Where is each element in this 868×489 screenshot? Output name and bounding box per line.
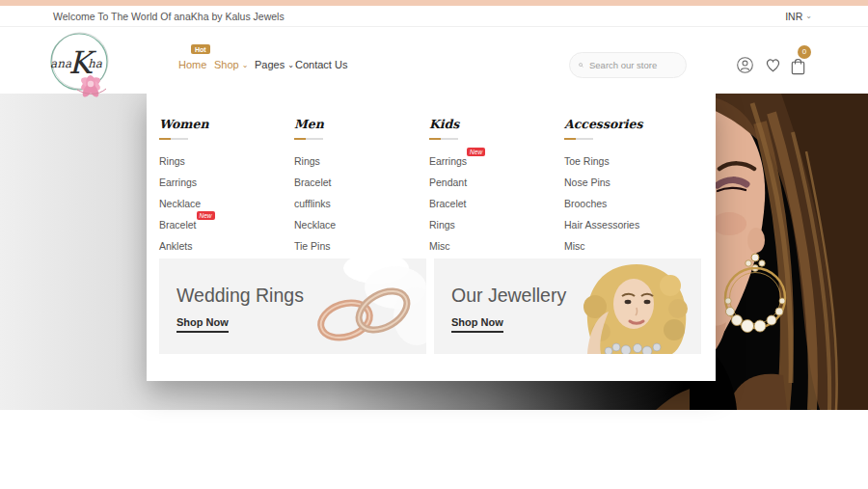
menu-item[interactable]: Necklace (294, 219, 336, 231)
title-underline (564, 138, 593, 140)
menu-item[interactable]: cufflinks (294, 198, 331, 209)
shop-now-button[interactable]: Shop Now (176, 316, 229, 333)
menu-item[interactable]: Toe Rings (564, 155, 610, 167)
nav-shop-label: Shop (214, 59, 239, 70)
mega-title-women[interactable]: Women (159, 117, 209, 131)
logo-text-post: ha (88, 57, 103, 70)
shop-mega-menu: Women Rings Earrings Necklace Bracelet N… (147, 94, 716, 381)
nav-item-contact-us[interactable]: Contact Us (295, 59, 347, 70)
title-underline (429, 138, 458, 140)
nav-item-shop[interactable]: Shop ⌄ (214, 59, 248, 70)
mega-title-men[interactable]: Men (294, 117, 324, 131)
menu-item[interactable]: Tie Pins (294, 240, 331, 252)
menu-item[interactable]: Earrings (159, 177, 197, 188)
menu-item[interactable]: Rings (294, 155, 320, 167)
title-underline (294, 138, 323, 140)
currency-label: INR (785, 11, 802, 22)
menu-item[interactable]: Bracelet (294, 177, 332, 188)
mega-column-kids: Kids Earrings New Pendant Bracelet Rings… (429, 117, 559, 257)
search-box[interactable] (569, 52, 687, 78)
account-icon[interactable] (736, 56, 754, 74)
brand-logo[interactable]: ana K ha (41, 29, 118, 98)
nav-item-home[interactable]: Home Hot (178, 59, 206, 70)
shop-now-button[interactable]: Shop Now (451, 316, 503, 333)
nav-item-pages[interactable]: Pages ⌄ (255, 59, 294, 70)
jewellery-model-image (556, 258, 701, 354)
menu-item[interactable]: Nose Pins (564, 177, 610, 188)
new-badge: New (197, 211, 215, 220)
promo-banner-wedding-rings: Wedding Rings Shop Now (159, 258, 426, 354)
menu-item[interactable]: Rings (429, 219, 455, 231)
currency-selector[interactable]: INR ⌄ (785, 11, 812, 22)
menu-item[interactable]: Earrings New (429, 155, 467, 167)
cart-count-badge: 0 (798, 45, 811, 59)
menu-item[interactable]: Brooches (564, 198, 607, 209)
title-underline (159, 138, 188, 140)
site-header: ana K ha Home Hot Shop ⌄ Pages ⌄ Contact… (0, 27, 868, 94)
mega-title-kids[interactable]: Kids (429, 117, 459, 131)
mega-column-men: Men Rings Bracelet cufflinks Necklace Ti… (294, 117, 424, 257)
menu-item[interactable]: Bracelet (429, 198, 467, 209)
new-badge: New (467, 148, 485, 156)
nav-home-label: Home (178, 59, 206, 70)
menu-item[interactable]: Hair Assessories (564, 219, 639, 231)
search-icon (579, 59, 583, 71)
menu-item[interactable]: Pendant (429, 177, 467, 188)
menu-item-label: Bracelet (159, 219, 197, 231)
chevron-down-icon: ⌄ (805, 12, 812, 20)
chevron-down-icon: ⌄ (242, 61, 249, 69)
menu-item[interactable]: Anklets (159, 240, 192, 252)
wishlist-heart-icon[interactable] (764, 56, 782, 74)
menu-item-label: Earrings (429, 155, 467, 167)
search-input[interactable] (589, 60, 678, 70)
menu-item[interactable]: Misc (429, 240, 450, 252)
mega-title-accessories[interactable]: Accessories (564, 117, 643, 131)
mega-column-women: Women Rings Earrings Necklace Bracelet N… (159, 117, 289, 257)
menu-item[interactable]: Necklace (159, 198, 201, 209)
banner-title: Our Jewellery (451, 285, 566, 307)
nav-contact-label: Contact Us (295, 59, 347, 70)
menu-item[interactable]: Rings (159, 155, 185, 167)
announcement-bar: Welcome To The World Of anaKha by Kalus … (0, 6, 868, 27)
mega-column-accessories: Accessories Toe Rings Nose Pins Brooches… (564, 117, 694, 257)
chevron-down-icon: ⌄ (287, 61, 294, 69)
nav-pages-label: Pages (255, 59, 285, 70)
hot-badge: Hot (191, 44, 210, 54)
promo-banner-our-jewellery: Our Jewellery Shop Now (434, 258, 701, 354)
banner-title: Wedding Rings (176, 285, 304, 307)
menu-item[interactable]: Bracelet New (159, 219, 197, 231)
menu-item[interactable]: Misc (564, 240, 585, 252)
cart-bag-icon[interactable] (789, 57, 807, 75)
welcome-text: Welcome To The World Of anaKha by Kalus … (53, 11, 285, 22)
